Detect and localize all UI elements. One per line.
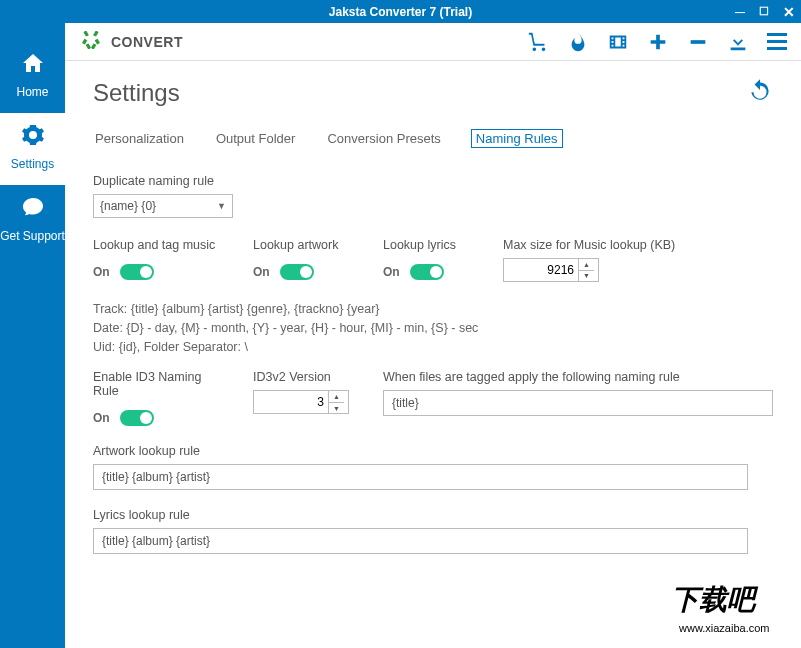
help-uid: Uid: {id}, Folder Separator: \ (93, 338, 773, 357)
on-label: On (383, 265, 400, 279)
watermark: 下载吧 www.xiazaiba.com (661, 584, 801, 648)
tab-output-folder[interactable]: Output Folder (214, 129, 298, 148)
lookup-tag-toggle[interactable] (120, 264, 154, 280)
tab-naming-rules[interactable]: Naming Rules (471, 129, 563, 148)
lookup-lyrics-label: Lookup lyrics (383, 238, 473, 252)
lookup-lyrics-toggle[interactable] (410, 264, 444, 280)
flame-icon[interactable] (567, 31, 589, 53)
tagged-rule-label: When files are tagged apply the followin… (383, 370, 773, 384)
minimize-button[interactable]: ─ (735, 4, 745, 20)
lookup-artwork-toggle[interactable] (280, 264, 314, 280)
sidebar-item-support[interactable]: Get Support (0, 185, 65, 257)
spinner-down-button[interactable]: ▼ (579, 271, 594, 282)
max-size-label: Max size for Music lookup (KB) (503, 238, 675, 252)
duplicate-rule-select[interactable]: {name} {0} ▼ (93, 194, 233, 218)
tab-conversion-presets[interactable]: Conversion Presets (325, 129, 442, 148)
artwork-rule-input[interactable] (93, 464, 748, 490)
watermark-url: www.xiazaiba.com (678, 622, 769, 634)
max-size-input[interactable] (504, 263, 578, 277)
lookup-artwork-label: Lookup artwork (253, 238, 353, 252)
sidebar-item-home[interactable]: Home (0, 41, 65, 113)
convert-label: CONVERT (111, 34, 183, 50)
download-icon[interactable] (727, 31, 749, 53)
svg-rect-0 (661, 584, 801, 644)
spinner-down-button[interactable]: ▼ (329, 403, 344, 414)
menu-icon[interactable] (767, 33, 787, 50)
minus-icon[interactable] (687, 31, 709, 53)
sidebar-item-label: Home (16, 85, 48, 99)
tagged-rule-input[interactable] (383, 390, 773, 416)
cart-icon[interactable] (527, 31, 549, 53)
max-size-spinner[interactable]: ▲ ▼ (503, 258, 599, 282)
chat-icon (0, 195, 65, 225)
chevron-down-icon: ▼ (217, 201, 226, 211)
on-label: On (93, 265, 110, 279)
on-label: On (253, 265, 270, 279)
recycle-icon (79, 28, 103, 56)
sidebar-item-label: Get Support (0, 229, 65, 243)
duplicate-rule-value: {name} {0} (100, 199, 156, 213)
duplicate-rule-label: Duplicate naming rule (93, 174, 773, 188)
lyrics-rule-label: Lyrics lookup rule (93, 508, 773, 522)
revert-button[interactable] (747, 77, 773, 107)
enable-id3-toggle[interactable] (120, 410, 154, 426)
id3v2-label: ID3v2 Version (253, 370, 353, 384)
window-title: Jaksta Converter 7 (Trial) (329, 5, 472, 19)
page-title: Settings (93, 79, 773, 107)
svg-text:下载吧: 下载吧 (671, 584, 759, 615)
sidebar-item-label: Settings (11, 157, 54, 171)
lyrics-rule-input[interactable] (93, 528, 748, 554)
tab-personalization[interactable]: Personalization (93, 129, 186, 148)
on-label: On (93, 411, 110, 425)
sidebar: Home Settings Get Support (0, 23, 65, 648)
spinner-up-button[interactable]: ▲ (579, 259, 594, 271)
id3v2-spinner[interactable]: ▲ ▼ (253, 390, 349, 414)
id3v2-input[interactable] (254, 395, 328, 409)
close-button[interactable]: ✕ (783, 4, 795, 20)
home-icon (0, 51, 65, 81)
video-icon[interactable] (607, 31, 629, 53)
help-track: Track: {title} {album} {artist} {genre},… (93, 300, 773, 319)
gear-icon (0, 123, 65, 153)
title-bar: Jaksta Converter 7 (Trial) ─ ☐ ✕ (0, 0, 801, 23)
toolbar: CONVERT (65, 23, 801, 61)
artwork-rule-label: Artwork lookup rule (93, 444, 773, 458)
sidebar-item-settings[interactable]: Settings (0, 113, 65, 185)
help-date: Date: {D} - day, {M} - month, {Y} - year… (93, 319, 773, 338)
tabs: Personalization Output Folder Conversion… (93, 129, 773, 148)
lookup-tag-label: Lookup and tag music (93, 238, 223, 252)
enable-id3-label: Enable ID3 Naming Rule (93, 370, 223, 398)
maximize-button[interactable]: ☐ (759, 5, 769, 18)
plus-icon[interactable] (647, 31, 669, 53)
spinner-up-button[interactable]: ▲ (329, 391, 344, 403)
